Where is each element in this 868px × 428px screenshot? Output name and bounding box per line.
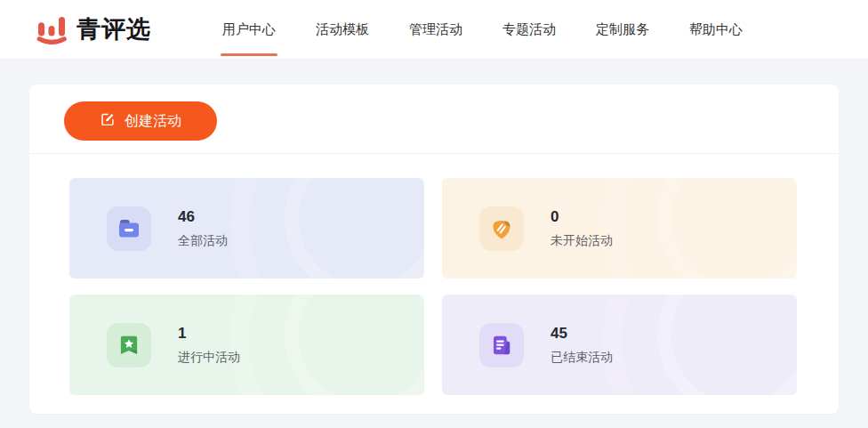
nav-item-2[interactable]: 活动模板	[314, 0, 371, 59]
stat-value: 45	[551, 325, 613, 343]
nav-item-label: 管理活动	[409, 21, 462, 38]
stat-card-4[interactable]: 45 已结束活动	[442, 295, 797, 395]
stat-label: 已结束活动	[551, 350, 613, 366]
stat-label: 进行中活动	[178, 350, 240, 366]
create-activity-button-label: 创建活动	[125, 112, 181, 131]
nav-item-label: 活动模板	[316, 21, 369, 38]
badge-icon	[479, 206, 524, 251]
nav-item-5[interactable]: 定制服务	[594, 0, 651, 59]
stats-grid: 46 全部活动 0 未开始活动 1 进行中活动 45 已结束	[29, 154, 839, 395]
document-icon	[479, 323, 524, 367]
main-nav: 用户中心 活动模板 管理活动 专题活动 定制服务 帮助中心	[221, 0, 744, 59]
app-logo[interactable]: 青评选	[36, 13, 151, 45]
edit-icon	[100, 111, 116, 131]
nav-item-6[interactable]: 帮助中心	[687, 0, 744, 59]
nav-item-label: 专题活动	[502, 21, 556, 38]
nav-item-1[interactable]: 用户中心	[221, 0, 277, 59]
dashboard-panel: 创建活动 46 全部活动 0 未开始活动 1 进行中活动	[29, 85, 839, 414]
nav-item-label: 帮助中心	[689, 21, 743, 38]
nav-item-4[interactable]: 专题活动	[501, 0, 558, 59]
bar-chart-logo-icon	[36, 14, 68, 45]
bookmark-star-icon	[107, 323, 151, 367]
stat-value: 1	[178, 325, 240, 343]
nav-item-label: 用户中心	[222, 21, 276, 38]
nav-item-label: 定制服务	[596, 21, 649, 38]
stat-label: 未开始活动	[551, 233, 613, 249]
nav-item-3[interactable]: 管理活动	[407, 0, 464, 59]
stat-value: 46	[178, 208, 228, 226]
stat-card-3[interactable]: 1 进行中活动	[69, 295, 424, 395]
stat-label: 全部活动	[178, 233, 228, 249]
create-activity-button[interactable]: 创建活动	[64, 101, 217, 141]
top-header: 青评选 用户中心 活动模板 管理活动 专题活动 定制服务 帮助中心	[0, 0, 868, 59]
actions-bar: 创建活动	[29, 85, 839, 141]
stat-value: 0	[551, 208, 613, 226]
folder-icon	[107, 206, 151, 251]
app-title: 青评选	[76, 13, 151, 45]
stat-card-2[interactable]: 0 未开始活动	[442, 178, 797, 279]
stat-card-1[interactable]: 46 全部活动	[69, 178, 424, 279]
